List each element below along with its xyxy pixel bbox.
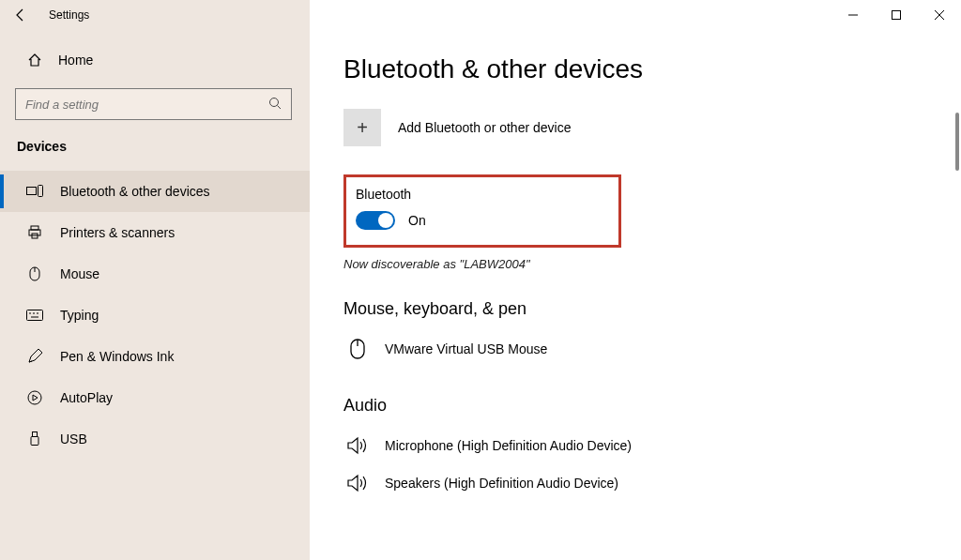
add-device-label: Add Bluetooth or other device	[398, 120, 571, 135]
home-label: Home	[58, 53, 93, 68]
bluetooth-toggle-highlight: Bluetooth On	[343, 174, 621, 248]
search-icon	[268, 97, 282, 113]
discoverable-text: Now discoverable as "LABW2004"	[343, 257, 942, 271]
audio-heading: Audio	[343, 396, 942, 416]
sidebar-item-pen[interactable]: Pen & Windows Ink	[0, 336, 310, 377]
sidebar-item-label: USB	[60, 431, 87, 446]
plus-icon: +	[343, 109, 381, 146]
mouse-icon	[343, 339, 372, 359]
app-title: Settings	[41, 8, 89, 22]
back-button[interactable]	[0, 0, 41, 30]
svg-line-5	[278, 105, 282, 109]
svg-rect-19	[33, 432, 38, 437]
bluetooth-toggle-state: On	[408, 213, 426, 228]
sidebar-section-label: Devices	[15, 139, 295, 154]
svg-rect-7	[38, 186, 43, 197]
device-row-microphone[interactable]: Microphone (High Definition Audio Device…	[343, 427, 942, 464]
titlebar: Settings	[0, 0, 961, 30]
sidebar-item-label: Bluetooth & other devices	[60, 184, 210, 199]
minimize-button[interactable]	[831, 0, 875, 30]
bluetooth-toggle[interactable]	[356, 211, 395, 230]
speaker-icon	[343, 474, 372, 492]
sidebar-item-label: Pen & Windows Ink	[60, 349, 174, 364]
home-icon	[24, 53, 45, 68]
mkp-heading: Mouse, keyboard, & pen	[343, 299, 942, 319]
add-device-button[interactable]: + Add Bluetooth or other device	[343, 109, 942, 146]
sidebar-item-label: AutoPlay	[60, 390, 113, 405]
device-label: VMware Virtual USB Mouse	[385, 341, 547, 356]
close-button[interactable]	[918, 0, 961, 30]
svg-point-18	[28, 391, 41, 404]
svg-rect-1	[892, 11, 901, 20]
device-label: Speakers (High Definition Audio Device)	[385, 476, 618, 491]
search-box[interactable]	[15, 88, 292, 120]
sidebar-item-label: Mouse	[60, 266, 99, 281]
sidebar-item-label: Typing	[60, 308, 99, 323]
svg-rect-9	[29, 230, 40, 235]
devices-icon	[24, 185, 45, 198]
page-title: Bluetooth & other devices	[343, 54, 942, 84]
mouse-icon	[24, 266, 45, 281]
keyboard-icon	[24, 310, 45, 321]
scrollbar-thumb[interactable]	[955, 113, 959, 171]
usb-icon	[24, 431, 45, 446]
svg-rect-8	[31, 226, 38, 230]
toggle-knob	[378, 213, 393, 228]
device-row-mouse[interactable]: VMware Virtual USB Mouse	[343, 330, 942, 368]
sidebar-item-typing[interactable]: Typing	[0, 295, 310, 336]
svg-rect-20	[31, 437, 38, 446]
search-input[interactable]	[25, 98, 268, 112]
sidebar-item-bluetooth[interactable]: Bluetooth & other devices	[0, 171, 310, 212]
home-nav[interactable]: Home	[15, 41, 295, 79]
autoplay-icon	[24, 390, 45, 405]
sidebar-item-autoplay[interactable]: AutoPlay	[0, 377, 310, 418]
bluetooth-section-title: Bluetooth	[356, 187, 609, 202]
sidebar-item-printers[interactable]: Printers & scanners	[0, 212, 310, 253]
svg-rect-13	[27, 310, 43, 321]
sidebar: Home Devices Bluetooth & other devices P…	[0, 30, 310, 560]
sidebar-item-label: Printers & scanners	[60, 225, 175, 240]
sidebar-nav-list: Bluetooth & other devices Printers & sca…	[0, 171, 310, 460]
printer-icon	[24, 225, 45, 240]
pen-icon	[24, 349, 45, 364]
content-area: Bluetooth & other devices + Add Bluetoot…	[310, 30, 961, 560]
svg-point-4	[270, 98, 279, 106]
window-controls	[831, 0, 961, 30]
svg-rect-6	[27, 188, 37, 195]
sidebar-item-mouse[interactable]: Mouse	[0, 253, 310, 295]
device-row-speakers[interactable]: Speakers (High Definition Audio Device)	[343, 464, 942, 502]
sidebar-item-usb[interactable]: USB	[0, 418, 310, 460]
maximize-button[interactable]	[875, 0, 918, 30]
device-label: Microphone (High Definition Audio Device…	[385, 438, 632, 453]
speaker-icon	[343, 436, 372, 455]
